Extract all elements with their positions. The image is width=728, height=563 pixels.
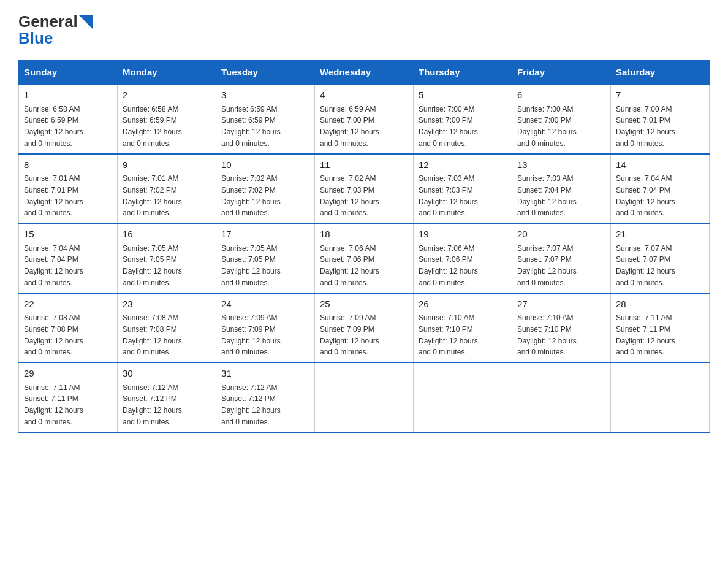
calendar-cell: 20Sunrise: 7:07 AMSunset: 7:07 PMDayligh… bbox=[512, 223, 611, 293]
day-number: 8 bbox=[24, 158, 112, 172]
day-number: 2 bbox=[123, 88, 211, 102]
calendar-cell bbox=[611, 362, 710, 432]
day-info: Sunrise: 7:00 AMSunset: 7:00 PMDaylight:… bbox=[517, 105, 577, 148]
calendar-cell: 30Sunrise: 7:12 AMSunset: 7:12 PMDayligh… bbox=[118, 362, 216, 432]
day-info: Sunrise: 7:08 AMSunset: 7:08 PMDaylight:… bbox=[123, 313, 182, 356]
logo-triangle-icon bbox=[79, 15, 93, 29]
day-info: Sunrise: 7:02 AMSunset: 7:03 PMDaylight:… bbox=[320, 174, 379, 217]
day-info: Sunrise: 6:59 AMSunset: 7:00 PMDaylight:… bbox=[320, 105, 379, 148]
day-number: 9 bbox=[123, 158, 211, 172]
day-number: 3 bbox=[221, 88, 309, 102]
day-info: Sunrise: 7:00 AMSunset: 7:00 PMDaylight:… bbox=[419, 105, 478, 148]
calendar-cell: 26Sunrise: 7:10 AMSunset: 7:10 PMDayligh… bbox=[414, 293, 512, 363]
day-info: Sunrise: 7:12 AMSunset: 7:12 PMDaylight:… bbox=[123, 383, 182, 426]
calendar-week-row: 8Sunrise: 7:01 AMSunset: 7:01 PMDaylight… bbox=[19, 154, 710, 224]
calendar-cell: 3Sunrise: 6:59 AMSunset: 6:59 PMDaylight… bbox=[216, 84, 315, 154]
day-number: 21 bbox=[616, 228, 704, 242]
calendar-cell: 28Sunrise: 7:11 AMSunset: 7:11 PMDayligh… bbox=[611, 293, 710, 363]
day-info: Sunrise: 7:10 AMSunset: 7:10 PMDaylight:… bbox=[517, 313, 577, 356]
calendar-cell: 16Sunrise: 7:05 AMSunset: 7:05 PMDayligh… bbox=[118, 223, 216, 293]
day-number: 19 bbox=[419, 228, 507, 242]
calendar-cell: 27Sunrise: 7:10 AMSunset: 7:10 PMDayligh… bbox=[512, 293, 611, 363]
day-info: Sunrise: 7:03 AMSunset: 7:04 PMDaylight:… bbox=[517, 174, 577, 217]
day-number: 25 bbox=[320, 297, 408, 312]
day-info: Sunrise: 6:58 AMSunset: 6:59 PMDaylight:… bbox=[123, 105, 182, 148]
calendar-cell: 6Sunrise: 7:00 AMSunset: 7:00 PMDaylight… bbox=[512, 84, 611, 154]
day-number: 20 bbox=[517, 228, 605, 242]
calendar-cell: 2Sunrise: 6:58 AMSunset: 6:59 PMDaylight… bbox=[118, 84, 216, 154]
calendar-cell: 21Sunrise: 7:07 AMSunset: 7:07 PMDayligh… bbox=[611, 223, 710, 293]
day-number: 18 bbox=[320, 228, 408, 242]
header-day-tuesday: Tuesday bbox=[216, 61, 315, 85]
day-number: 15 bbox=[24, 228, 112, 242]
calendar-cell: 4Sunrise: 6:59 AMSunset: 7:00 PMDaylight… bbox=[315, 84, 414, 154]
calendar-cell: 19Sunrise: 7:06 AMSunset: 7:06 PMDayligh… bbox=[414, 223, 512, 293]
day-info: Sunrise: 7:04 AMSunset: 7:04 PMDaylight:… bbox=[616, 174, 675, 217]
calendar-cell: 12Sunrise: 7:03 AMSunset: 7:03 PMDayligh… bbox=[414, 154, 512, 224]
page-header: General Blue bbox=[18, 12, 710, 48]
day-number: 1 bbox=[24, 88, 112, 102]
day-info: Sunrise: 7:08 AMSunset: 7:08 PMDaylight:… bbox=[24, 313, 83, 356]
header-day-sunday: Sunday bbox=[19, 61, 118, 85]
day-number: 5 bbox=[419, 88, 507, 102]
day-number: 27 bbox=[517, 297, 605, 312]
day-info: Sunrise: 7:03 AMSunset: 7:03 PMDaylight:… bbox=[419, 174, 478, 217]
day-info: Sunrise: 7:04 AMSunset: 7:04 PMDaylight:… bbox=[24, 244, 83, 287]
header-day-friday: Friday bbox=[512, 61, 611, 85]
day-number: 17 bbox=[221, 228, 309, 242]
logo-graphic: General Blue bbox=[18, 12, 93, 48]
day-info: Sunrise: 7:09 AMSunset: 7:09 PMDaylight:… bbox=[221, 313, 281, 356]
day-info: Sunrise: 7:07 AMSunset: 7:07 PMDaylight:… bbox=[616, 244, 675, 287]
calendar-week-row: 29Sunrise: 7:11 AMSunset: 7:11 PMDayligh… bbox=[19, 362, 710, 432]
day-info: Sunrise: 7:11 AMSunset: 7:11 PMDaylight:… bbox=[616, 313, 675, 356]
calendar-cell: 11Sunrise: 7:02 AMSunset: 7:03 PMDayligh… bbox=[315, 154, 414, 224]
day-number: 13 bbox=[517, 158, 605, 172]
calendar-cell: 23Sunrise: 7:08 AMSunset: 7:08 PMDayligh… bbox=[118, 293, 216, 363]
calendar-cell bbox=[414, 362, 512, 432]
header-day-monday: Monday bbox=[118, 61, 216, 85]
day-number: 26 bbox=[419, 297, 507, 312]
calendar-cell: 1Sunrise: 6:58 AMSunset: 6:59 PMDaylight… bbox=[19, 84, 118, 154]
calendar-cell: 17Sunrise: 7:05 AMSunset: 7:05 PMDayligh… bbox=[216, 223, 315, 293]
day-info: Sunrise: 7:05 AMSunset: 7:05 PMDaylight:… bbox=[123, 244, 182, 287]
day-info: Sunrise: 7:06 AMSunset: 7:06 PMDaylight:… bbox=[320, 244, 379, 287]
calendar-cell: 25Sunrise: 7:09 AMSunset: 7:09 PMDayligh… bbox=[315, 293, 414, 363]
calendar-cell: 10Sunrise: 7:02 AMSunset: 7:02 PMDayligh… bbox=[216, 154, 315, 224]
day-number: 6 bbox=[517, 88, 605, 102]
header-day-wednesday: Wednesday bbox=[315, 61, 414, 85]
day-info: Sunrise: 7:02 AMSunset: 7:02 PMDaylight:… bbox=[221, 174, 281, 217]
day-number: 30 bbox=[123, 367, 211, 381]
calendar-cell: 22Sunrise: 7:08 AMSunset: 7:08 PMDayligh… bbox=[19, 293, 118, 363]
day-info: Sunrise: 7:01 AMSunset: 7:02 PMDaylight:… bbox=[123, 174, 182, 217]
calendar-cell: 8Sunrise: 7:01 AMSunset: 7:01 PMDaylight… bbox=[19, 154, 118, 224]
day-number: 24 bbox=[221, 297, 309, 312]
day-number: 10 bbox=[221, 158, 309, 172]
calendar-week-row: 15Sunrise: 7:04 AMSunset: 7:04 PMDayligh… bbox=[19, 223, 710, 293]
day-number: 16 bbox=[123, 228, 211, 242]
day-info: Sunrise: 7:09 AMSunset: 7:09 PMDaylight:… bbox=[320, 313, 379, 356]
calendar-cell: 5Sunrise: 7:00 AMSunset: 7:00 PMDaylight… bbox=[414, 84, 512, 154]
calendar-cell: 14Sunrise: 7:04 AMSunset: 7:04 PMDayligh… bbox=[611, 154, 710, 224]
logo: General Blue bbox=[18, 12, 93, 48]
day-number: 14 bbox=[616, 158, 704, 172]
day-number: 31 bbox=[221, 367, 309, 381]
day-number: 29 bbox=[24, 367, 112, 381]
day-info: Sunrise: 7:00 AMSunset: 7:01 PMDaylight:… bbox=[616, 105, 675, 148]
calendar-cell: 31Sunrise: 7:12 AMSunset: 7:12 PMDayligh… bbox=[216, 362, 315, 432]
day-info: Sunrise: 7:07 AMSunset: 7:07 PMDaylight:… bbox=[517, 244, 577, 287]
day-info: Sunrise: 7:01 AMSunset: 7:01 PMDaylight:… bbox=[24, 174, 83, 217]
calendar-cell: 9Sunrise: 7:01 AMSunset: 7:02 PMDaylight… bbox=[118, 154, 216, 224]
day-number: 12 bbox=[419, 158, 507, 172]
day-info: Sunrise: 7:06 AMSunset: 7:06 PMDaylight:… bbox=[419, 244, 478, 287]
day-number: 22 bbox=[24, 297, 112, 312]
calendar-cell bbox=[315, 362, 414, 432]
calendar-week-row: 22Sunrise: 7:08 AMSunset: 7:08 PMDayligh… bbox=[19, 293, 710, 363]
svg-marker-0 bbox=[79, 15, 93, 29]
day-info: Sunrise: 6:59 AMSunset: 6:59 PMDaylight:… bbox=[221, 105, 281, 148]
day-number: 23 bbox=[123, 297, 211, 312]
day-number: 28 bbox=[616, 297, 704, 312]
day-number: 4 bbox=[320, 88, 408, 102]
calendar-cell: 29Sunrise: 7:11 AMSunset: 7:11 PMDayligh… bbox=[19, 362, 118, 432]
day-info: Sunrise: 7:11 AMSunset: 7:11 PMDaylight:… bbox=[24, 383, 83, 426]
header-day-saturday: Saturday bbox=[611, 61, 710, 85]
